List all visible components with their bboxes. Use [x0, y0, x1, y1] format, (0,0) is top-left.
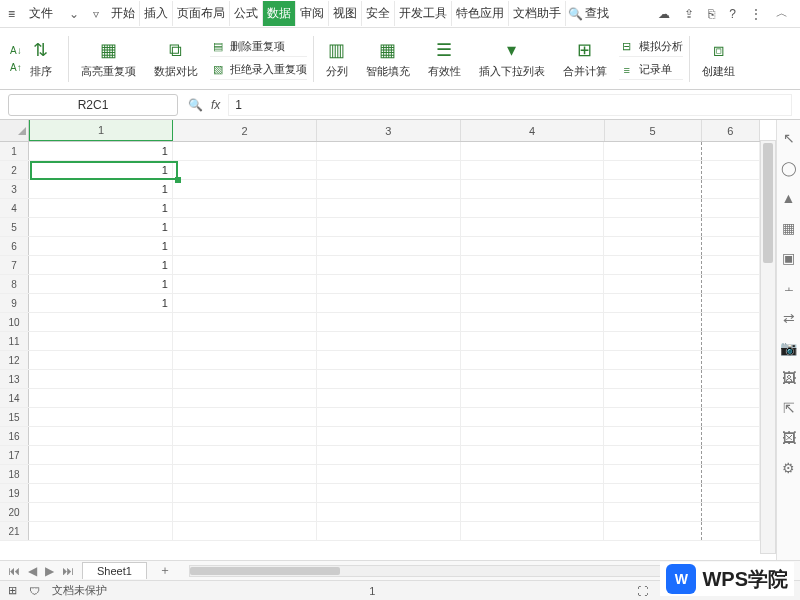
- cell[interactable]: [702, 256, 760, 274]
- cell[interactable]: [702, 427, 760, 445]
- cell[interactable]: [317, 218, 461, 236]
- tab-devtools[interactable]: 开发工具: [395, 1, 452, 26]
- cell[interactable]: [604, 332, 701, 350]
- cell[interactable]: [317, 484, 461, 502]
- row-header[interactable]: 12: [0, 351, 29, 369]
- row-header[interactable]: 7: [0, 256, 29, 274]
- chart-tool-icon[interactable]: ⫠: [782, 280, 796, 296]
- cell[interactable]: [29, 427, 173, 445]
- tab-formula[interactable]: 公式: [230, 1, 263, 26]
- tab-insert[interactable]: 插入: [140, 1, 173, 26]
- cell[interactable]: [604, 484, 701, 502]
- tab-special[interactable]: 特色应用: [452, 1, 509, 26]
- col-header-5[interactable]: 5: [605, 120, 702, 141]
- settings-tool-icon[interactable]: ⚙: [782, 460, 795, 476]
- cell[interactable]: [702, 218, 760, 236]
- cell[interactable]: [604, 522, 701, 540]
- row-header[interactable]: 14: [0, 389, 29, 407]
- cell[interactable]: [604, 218, 701, 236]
- col-header-2[interactable]: 2: [173, 120, 317, 141]
- vertical-scrollbar[interactable]: [760, 140, 776, 554]
- grid-body[interactable]: 1121314151617181911011121314151617181920…: [0, 142, 760, 560]
- tab-security[interactable]: 安全: [362, 1, 395, 26]
- cell[interactable]: [317, 199, 461, 217]
- insert-dropdown-button[interactable]: ▾插入下拉列表: [473, 31, 551, 87]
- more-icon[interactable]: ⋮: [750, 7, 762, 21]
- cell[interactable]: [29, 503, 173, 521]
- cell[interactable]: [29, 313, 173, 331]
- col-header-3[interactable]: 3: [317, 120, 461, 141]
- cell[interactable]: [604, 503, 701, 521]
- status-menu-icon[interactable]: ⊞: [8, 584, 17, 597]
- row-header[interactable]: 4: [0, 199, 29, 217]
- cell[interactable]: [604, 180, 701, 198]
- row-header[interactable]: 6: [0, 237, 29, 255]
- cell[interactable]: [702, 294, 760, 312]
- cell[interactable]: [29, 351, 173, 369]
- tab-layout[interactable]: 页面布局: [173, 1, 230, 26]
- cell[interactable]: [702, 503, 760, 521]
- cell[interactable]: [461, 446, 605, 464]
- col-header-4[interactable]: 4: [461, 120, 605, 141]
- cell[interactable]: [702, 484, 760, 502]
- row-header[interactable]: 13: [0, 370, 29, 388]
- tab-start[interactable]: 开始: [107, 1, 140, 26]
- protect-icon[interactable]: 🛡: [29, 585, 40, 597]
- cell[interactable]: [29, 465, 173, 483]
- cell[interactable]: 1: [29, 294, 173, 312]
- row-header[interactable]: 15: [0, 408, 29, 426]
- cell[interactable]: [29, 446, 173, 464]
- cell[interactable]: [29, 370, 173, 388]
- highlight-dup-button[interactable]: ▦高亮重复项: [75, 31, 142, 87]
- cell[interactable]: 1: [29, 218, 173, 236]
- cell[interactable]: [461, 370, 605, 388]
- cell[interactable]: [604, 351, 701, 369]
- col-header-1[interactable]: 1: [29, 120, 173, 141]
- row-header[interactable]: 1: [0, 142, 29, 160]
- cell[interactable]: [461, 237, 605, 255]
- apps-icon[interactable]: ▣: [782, 250, 795, 266]
- help-icon[interactable]: ?: [729, 7, 736, 21]
- cell[interactable]: [604, 237, 701, 255]
- tab-dochelper[interactable]: 文档助手: [509, 1, 566, 26]
- cell[interactable]: [461, 484, 605, 502]
- cell[interactable]: [461, 313, 605, 331]
- selection-tool-icon[interactable]: ◯: [781, 160, 797, 176]
- add-sheet-button[interactable]: ＋: [153, 562, 177, 579]
- cell[interactable]: [702, 275, 760, 293]
- cell[interactable]: [604, 427, 701, 445]
- cell[interactable]: [317, 256, 461, 274]
- cell[interactable]: [461, 142, 605, 160]
- row-header[interactable]: 19: [0, 484, 29, 502]
- cell[interactable]: 1: [29, 142, 173, 160]
- select-all-corner[interactable]: [0, 120, 29, 141]
- gallery-icon[interactable]: 🖾: [782, 430, 796, 446]
- cell[interactable]: [173, 237, 317, 255]
- cell[interactable]: [604, 465, 701, 483]
- cell[interactable]: [173, 294, 317, 312]
- fx-label[interactable]: fx: [211, 98, 220, 112]
- cell[interactable]: [29, 332, 173, 350]
- cell[interactable]: [317, 313, 461, 331]
- cell[interactable]: [461, 199, 605, 217]
- cell[interactable]: [317, 503, 461, 521]
- row-header[interactable]: 21: [0, 522, 29, 540]
- cell[interactable]: [702, 161, 760, 179]
- cell[interactable]: [317, 294, 461, 312]
- cell[interactable]: [604, 370, 701, 388]
- cell[interactable]: [317, 370, 461, 388]
- cell[interactable]: [173, 427, 317, 445]
- cell[interactable]: [173, 408, 317, 426]
- cell[interactable]: [604, 275, 701, 293]
- cell[interactable]: [604, 199, 701, 217]
- cell[interactable]: [461, 161, 605, 179]
- row-header[interactable]: 18: [0, 465, 29, 483]
- camera-icon[interactable]: 📷: [780, 340, 797, 356]
- tab-review[interactable]: 审阅: [296, 1, 329, 26]
- cell[interactable]: [317, 275, 461, 293]
- cell[interactable]: [702, 446, 760, 464]
- cell[interactable]: [604, 446, 701, 464]
- cell[interactable]: [702, 351, 760, 369]
- cell[interactable]: [173, 275, 317, 293]
- cell[interactable]: [604, 294, 701, 312]
